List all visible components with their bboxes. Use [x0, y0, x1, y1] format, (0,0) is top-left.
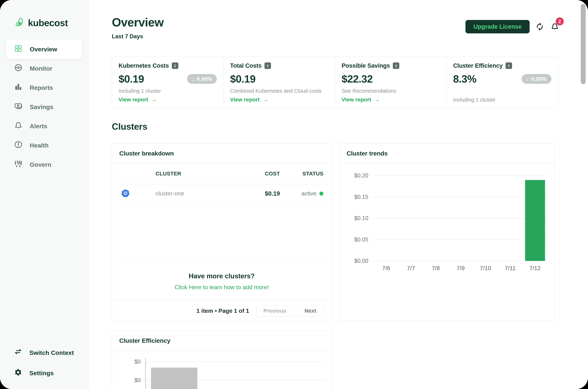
- gridline: [374, 240, 547, 240]
- y-axis-tick-label: $0.05: [341, 236, 368, 243]
- sidebar-item-reports[interactable]: Reports: [6, 78, 82, 97]
- sidebar-item-savings[interactable]: Savings: [6, 97, 82, 117]
- y-axis-tick-label: $0.15: [341, 194, 368, 200]
- column-header-cluster: CLUSTER: [156, 170, 215, 177]
- cluster-trends-title: Cluster trends: [339, 143, 555, 163]
- stat-card-possible-savings: Possible Savings i $22.32 See Recommenda…: [335, 57, 447, 108]
- gridline: [374, 218, 547, 219]
- arrow-right-icon: →: [151, 96, 157, 103]
- gear-icon: [14, 368, 22, 378]
- cluster-efficiency-chart: $0$0: [112, 351, 331, 389]
- add-clusters-link[interactable]: Click Here to learn how to add more!: [112, 284, 331, 291]
- arrow-right-icon: →: [262, 96, 268, 103]
- next-page-button[interactable]: Next: [297, 305, 323, 316]
- banknote-icon: [14, 102, 23, 112]
- gavel-icon: [14, 160, 23, 169]
- info-icon[interactable]: i: [505, 63, 512, 69]
- bar-chart-icon: [14, 83, 23, 93]
- sidebar-item-label: Monitor: [30, 65, 52, 72]
- refresh-icon: [535, 29, 544, 32]
- date-range-label: Last 7 Days: [112, 33, 164, 40]
- gridline: [143, 362, 325, 362]
- stat-subtitle: Including 1 cluster: [118, 88, 217, 94]
- pagination: 1 item • Page 1 of 1 Previous Next: [112, 300, 331, 321]
- sidebar: kubecost Overview Mo: [0, 0, 89, 389]
- cluster-cost: $0.19: [215, 190, 280, 197]
- y-axis-tick-label: $0.00: [341, 258, 368, 264]
- stat-card-cluster-efficiency: Cluster Efficiency i 8.3% ↓ 0.00% Includ…: [447, 57, 558, 108]
- sidebar-item-monitor[interactable]: Monitor: [6, 59, 82, 78]
- arrow-down-icon: ↓: [192, 76, 195, 82]
- pagination-summary: 1 item • Page 1 of 1: [196, 308, 249, 314]
- cluster-trends-chart: $0.20$0.15$0.10$0.05$0.007/67/77/87/97/1…: [339, 163, 555, 321]
- stat-value: $0.19: [230, 73, 255, 85]
- column-header-status: STATUS: [280, 170, 323, 177]
- view-report-link[interactable]: View report→: [230, 96, 328, 103]
- notification-count-badge: 2: [556, 17, 564, 25]
- alert-circle-icon: [14, 140, 23, 150]
- gridline: [374, 197, 547, 197]
- info-icon[interactable]: i: [393, 63, 399, 69]
- x-axis-tick-label: 7/8: [432, 265, 440, 272]
- sidebar-nav: Overview Monitor: [0, 39, 88, 174]
- stat-value: $0.19: [118, 73, 144, 85]
- kubecost-logo-text: kubecost: [28, 17, 68, 28]
- sidebar-item-label: Reports: [30, 84, 53, 91]
- vertical-scrollbar-thumb[interactable]: [581, 4, 586, 84]
- sidebar-item-govern[interactable]: Govern: [6, 155, 82, 174]
- info-icon[interactable]: i: [264, 63, 271, 69]
- stat-card-total-costs: Total Costs i $0.19 Combined Kubernetes …: [223, 57, 335, 108]
- clusters-section-heading: Clusters: [112, 122, 588, 132]
- sidebar-footer: Switch Context Settings: [6, 345, 82, 381]
- stat-title: Kubernetes Costs: [118, 62, 169, 69]
- page-title: Overview: [112, 16, 164, 29]
- sidebar-item-label: Savings: [30, 103, 53, 110]
- x-axis-tick-label: 7/9: [457, 265, 465, 272]
- stat-value: 8.3%: [453, 73, 476, 85]
- clusters-panels-row: Cluster breakdown CLUSTER COST STATUS: [112, 143, 588, 322]
- swap-arrows-icon: [14, 348, 22, 357]
- view-report-link[interactable]: View report→: [342, 96, 440, 103]
- stat-subtitle: See Recommendations: [342, 88, 440, 94]
- switch-context-button[interactable]: Switch Context: [6, 345, 82, 361]
- switch-context-label: Switch Context: [29, 349, 74, 356]
- sidebar-item-overview[interactable]: Overview: [6, 39, 82, 59]
- y-axis-line: [145, 358, 146, 389]
- sidebar-item-alerts[interactable]: Alerts: [6, 117, 82, 136]
- settings-button[interactable]: Settings: [6, 365, 82, 381]
- column-header-cost: COST: [215, 170, 280, 177]
- info-icon[interactable]: i: [172, 63, 178, 69]
- notifications-button[interactable]: 2: [551, 23, 559, 31]
- sidebar-item-health[interactable]: Health: [6, 136, 82, 155]
- cluster-status: active: [280, 190, 323, 197]
- trend-bar: [525, 180, 545, 261]
- refresh-button[interactable]: [535, 22, 544, 31]
- cluster-name: cluster-one: [156, 190, 215, 197]
- trend-badge: ↓ 0.00%: [522, 74, 551, 84]
- stat-cards-row: Kubernetes Costs i $0.19 ↓ 0.00% Includi…: [112, 57, 558, 108]
- add-clusters-cta: Have more clusters? Click Here to learn …: [112, 264, 331, 300]
- page-header: Overview Last 7 Days Upgrade License: [112, 0, 588, 40]
- stat-subtitle: Combined Kubernetes and Cloud costs: [230, 88, 328, 94]
- table-row[interactable]: cluster-one $0.19 active: [112, 184, 331, 203]
- kubecost-logo-icon: [15, 17, 25, 28]
- sidebar-item-label: Alerts: [30, 123, 47, 130]
- efficiency-bar: [151, 368, 197, 389]
- view-report-link[interactable]: View report→: [118, 96, 217, 103]
- grid-icon: [14, 44, 23, 54]
- sidebar-item-label: Govern: [30, 161, 51, 168]
- kubecost-logo[interactable]: kubecost: [0, 0, 88, 28]
- stat-title: Cluster Efficiency: [453, 62, 503, 69]
- stat-subtitle: Including 1 cluster: [453, 97, 551, 103]
- previous-page-button[interactable]: Previous: [256, 305, 293, 316]
- stat-value: $22.32: [342, 73, 373, 85]
- cluster-trends-panel: Cluster trends $0.20$0.15$0.10$0.05$0.00…: [339, 143, 555, 321]
- arrow-right-icon: →: [374, 96, 380, 103]
- cluster-breakdown-panel: Cluster breakdown CLUSTER COST STATUS: [112, 143, 332, 322]
- status-dot-active: [319, 192, 323, 195]
- kubecost-app-window: kubecost Overview Mo: [0, 0, 588, 389]
- upgrade-license-button[interactable]: Upgrade License: [466, 20, 530, 33]
- sidebar-item-label: Overview: [30, 46, 57, 53]
- cta-title: Have more clusters?: [112, 272, 331, 280]
- x-axis-tick-label: 7/6: [382, 265, 390, 272]
